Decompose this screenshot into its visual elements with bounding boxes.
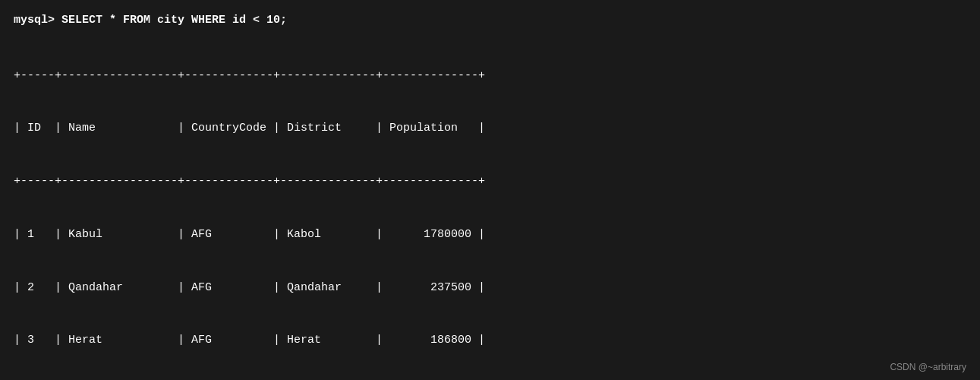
terminal-container: mysql> SELECT * FROM city WHERE id < 10;… <box>14 14 962 380</box>
sql-output: +-----+-----------------+-------------+-… <box>14 31 962 380</box>
data-row-3: | 3 | Herat | AFG | Herat | 186800 | <box>14 331 962 349</box>
data-row-1: | 1 | Kabul | AFG | Kabol | 1780000 | <box>14 226 962 243</box>
data-row-2: | 2 | Qandahar | AFG | Qandahar | 237500… <box>14 279 962 296</box>
header-row: | ID | Name | CountryCode | District | P… <box>14 119 962 137</box>
header-separator: +-----+-----------------+-------------+-… <box>14 173 962 190</box>
sql-command: mysql> SELECT * FROM city WHERE id < 10; <box>14 14 962 27</box>
watermark-text: CSDN @~arbitrary <box>890 362 966 372</box>
top-separator: +-----+-----------------+-------------+-… <box>14 67 962 84</box>
